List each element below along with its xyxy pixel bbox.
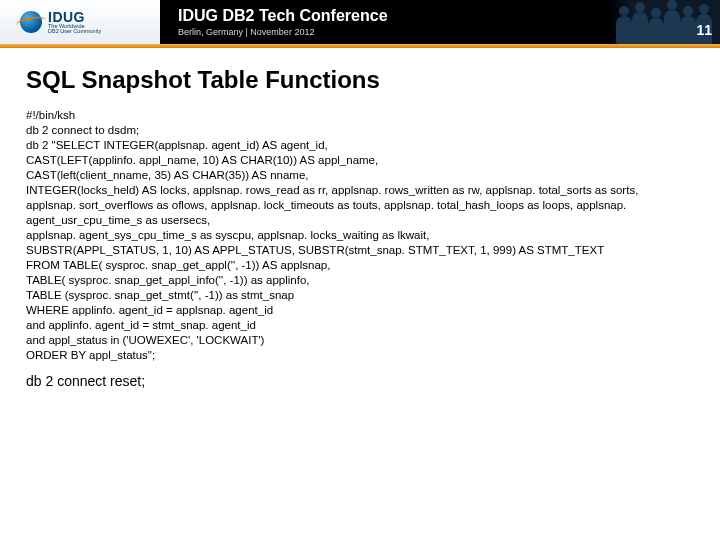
slide-title: SQL Snapshot Table Functions (26, 66, 694, 94)
code-line: FROM TABLE( sysproc. snap_get_appl('', -… (26, 258, 694, 273)
code-line: SUBSTR(APPL_STATUS, 1, 10) AS APPL_STATU… (26, 243, 694, 258)
code-line: ORDER BY appl_status"; (26, 348, 694, 363)
code-line: applsnap. sort_overflows as oflows, appl… (26, 198, 694, 228)
conference-subtitle: Berlin, Germany | November 2012 (178, 27, 610, 37)
logo-name: IDUG (48, 10, 101, 24)
code-footer-line: db 2 connect reset; (26, 373, 694, 389)
header-left-panel: IDUG The Worldwide DB2 User Community (0, 0, 160, 44)
code-line: and appl_status in ('UOWEXEC', 'LOCKWAIT… (26, 333, 694, 348)
header-title-panel: IDUG DB2 Tech Conference Berlin, Germany… (160, 0, 610, 44)
idug-logo: IDUG The Worldwide DB2 User Community (20, 10, 101, 35)
slide-content: SQL Snapshot Table Functions #!/bin/kshd… (0, 48, 720, 389)
logo-tagline: The Worldwide DB2 User Community (48, 24, 101, 35)
code-line: #!/bin/ksh (26, 108, 694, 123)
code-line: TABLE (sysproc. snap_get_stmt('', -1)) a… (26, 288, 694, 303)
code-line: WHERE applinfo. agent_id = applsnap. age… (26, 303, 694, 318)
code-line: CAST(left(client_nname, 35) AS CHAR(35))… (26, 168, 694, 183)
code-line: and applinfo. agent_id = stmt_snap. agen… (26, 318, 694, 333)
conference-title: IDUG DB2 Tech Conference (178, 8, 610, 24)
code-line: db 2 "SELECT INTEGER(applsnap. agent_id)… (26, 138, 694, 153)
page-number: 11 (696, 22, 712, 38)
slide-header: IDUG The Worldwide DB2 User Community ID… (0, 0, 720, 44)
code-line: applsnap. agent_sys_cpu_time_s as syscpu… (26, 228, 694, 243)
code-line: CAST(LEFT(applinfo. appl_name, 10) AS CH… (26, 153, 694, 168)
code-line: TABLE( sysproc. snap_get_appl_info('', -… (26, 273, 694, 288)
globe-icon (20, 11, 42, 33)
code-line: INTEGER(locks_held) AS locks, applsnap. … (26, 183, 694, 198)
code-line: db 2 connect to dsdm; (26, 123, 694, 138)
code-block: #!/bin/kshdb 2 connect to dsdm;db 2 "SEL… (26, 108, 694, 363)
